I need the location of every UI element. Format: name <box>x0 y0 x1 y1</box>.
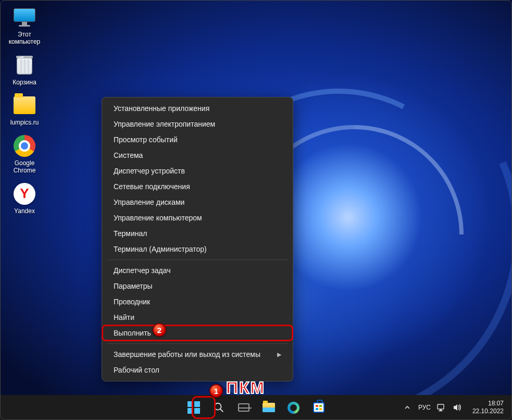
volume-icon <box>453 403 462 412</box>
taskbar-edge[interactable] <box>283 397 304 418</box>
svg-line-1 <box>220 409 223 412</box>
menu-separator <box>107 260 288 260</box>
chrome-icon <box>14 135 35 157</box>
recycle-bin-icon <box>14 55 35 76</box>
desktop-icon-label: Этот компьютер <box>9 31 41 46</box>
desktop-icon-chrome[interactable]: Google Chrome <box>4 134 45 175</box>
menu-item-label: Рабочий стол <box>114 366 159 374</box>
menu-item-label: Параметры <box>114 282 153 290</box>
tray-language-label: РУС <box>418 404 431 411</box>
menu-item-computer-management[interactable]: Управление компьютером <box>102 210 293 226</box>
folder-icon <box>14 96 35 114</box>
menu-item-task-manager[interactable]: Диспетчер задач <box>102 263 293 278</box>
edge-icon <box>288 402 299 414</box>
desktop-icons-area: Этот компьютер Корзина lumpics.ru Google… <box>4 5 51 223</box>
chevron-right-icon: ▶ <box>277 351 281 358</box>
svg-rect-2 <box>438 404 444 409</box>
taskbar-right: РУС 18:07 22.10.2022 <box>403 395 508 420</box>
desktop-icon-label: Yandex <box>14 208 35 215</box>
menu-item-label: Терминал (Администратор) <box>114 245 207 253</box>
menu-item-desktop[interactable]: Рабочий стол <box>102 362 293 378</box>
menu-item-explorer[interactable]: Проводник <box>102 294 293 310</box>
menu-item-disk-management[interactable]: Управление дисками <box>102 194 293 210</box>
menu-item-installed-apps[interactable]: Установленные приложения <box>102 101 293 116</box>
chevron-up-icon <box>404 404 410 411</box>
start-context-menu: Установленные приложения Управление элек… <box>102 97 293 381</box>
menu-item-shutdown-submenu[interactable]: Завершение работы или выход из системы▶ <box>102 347 293 362</box>
desktop-icon-label: Корзина <box>13 79 36 87</box>
tray-network[interactable] <box>437 403 446 412</box>
tray-clock[interactable]: 18:07 22.10.2022 <box>468 400 508 415</box>
menu-item-run[interactable]: Выполнить <box>102 325 293 341</box>
annotation-pkm-text: ПКМ <box>226 378 265 398</box>
menu-item-label: Управление электропитанием <box>114 120 215 128</box>
taskbar: РУС 18:07 22.10.2022 <box>0 395 512 420</box>
desktop-icon-recycle-bin[interactable]: Корзина <box>4 53 45 87</box>
menu-item-system[interactable]: Система <box>102 147 293 163</box>
this-pc-icon <box>14 8 35 26</box>
store-icon <box>313 402 324 413</box>
menu-item-event-viewer[interactable]: Просмотр событий <box>102 132 293 147</box>
menu-item-terminal-admin[interactable]: Терминал (Администратор) <box>102 241 293 257</box>
svg-rect-4 <box>439 411 443 411</box>
annotation-badge-1: 1 <box>209 384 223 398</box>
desktop-icon-yandex[interactable]: Y Yandex <box>4 182 45 215</box>
tray-time: 18:07 <box>472 400 504 407</box>
annotation-start-outline <box>192 396 216 419</box>
menu-separator <box>107 343 288 344</box>
network-icon <box>437 403 446 412</box>
menu-item-search[interactable]: Найти <box>102 310 293 325</box>
tray-date: 22.10.2022 <box>472 407 504 415</box>
menu-item-label: Установленные приложения <box>114 104 209 113</box>
tray-language[interactable]: РУС <box>418 404 431 411</box>
annotation-badge-2: 2 <box>153 323 166 337</box>
menu-item-label: Проводник <box>114 298 150 306</box>
menu-item-label: Управление дисками <box>114 198 184 206</box>
menu-item-device-manager[interactable]: Диспетчер устройств <box>102 163 293 179</box>
menu-item-label: Просмотр событий <box>114 135 178 144</box>
menu-item-terminal[interactable]: Терминал <box>102 226 293 241</box>
menu-item-label: Управление компьютером <box>114 214 202 222</box>
task-view-button[interactable] <box>233 397 254 418</box>
taskbar-store[interactable] <box>308 397 329 418</box>
task-view-icon <box>238 403 249 412</box>
yandex-icon: Y <box>14 183 35 205</box>
desktop-icon-folder-lumpics[interactable]: lumpics.ru <box>4 93 45 127</box>
menu-item-label: Выполнить <box>114 329 151 337</box>
menu-item-settings[interactable]: Параметры <box>102 278 293 294</box>
desktop-icon-label: Google Chrome <box>14 160 36 175</box>
menu-item-label: Диспетчер задач <box>114 266 171 275</box>
desktop-icon-this-pc[interactable]: Этот компьютер <box>4 5 45 46</box>
tray-volume[interactable] <box>453 403 462 412</box>
tray-chevron-up[interactable] <box>403 404 412 411</box>
menu-item-label: Сетевые подключения <box>114 182 190 191</box>
menu-item-power-management[interactable]: Управление электропитанием <box>102 116 293 132</box>
taskbar-file-explorer[interactable] <box>258 397 279 418</box>
file-explorer-icon <box>263 403 275 412</box>
menu-item-network-connections[interactable]: Сетевые подключения <box>102 179 293 194</box>
desktop-icon-label: lumpics.ru <box>10 119 39 127</box>
menu-item-label: Завершение работы или выход из системы <box>114 350 260 359</box>
menu-item-label: Система <box>114 151 143 159</box>
menu-item-label: Найти <box>114 313 134 322</box>
menu-item-label: Терминал <box>114 229 147 238</box>
menu-item-label: Диспетчер устройств <box>114 167 185 175</box>
svg-rect-3 <box>440 410 442 411</box>
